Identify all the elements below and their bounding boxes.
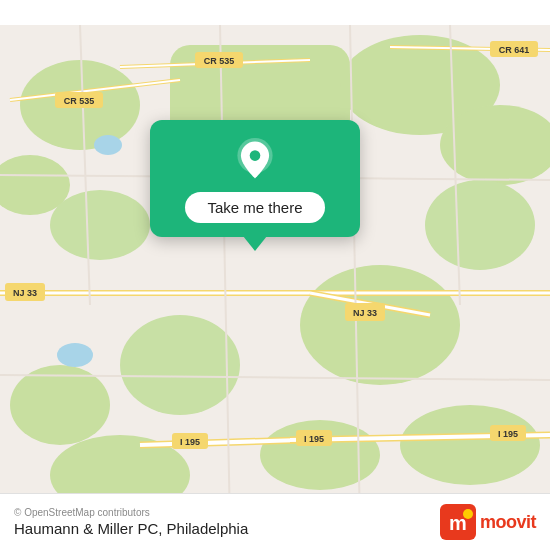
bottom-bar: © OpenStreetMap contributors Haumann & M… xyxy=(0,493,550,550)
map-background: CR 535 CR 535 CR 641 NJ 33 NJ 33 I 195 I… xyxy=(0,0,550,550)
svg-point-13 xyxy=(400,405,540,485)
svg-text:I 195: I 195 xyxy=(304,434,324,444)
svg-point-8 xyxy=(300,265,460,385)
moovit-brand-text: moovit xyxy=(480,512,536,533)
popup-card: Take me there xyxy=(150,120,360,237)
svg-text:CR 535: CR 535 xyxy=(204,56,235,66)
svg-point-9 xyxy=(120,315,240,415)
svg-point-3 xyxy=(50,190,150,260)
map-attribution: © OpenStreetMap contributors xyxy=(14,507,248,518)
svg-point-15 xyxy=(94,135,122,155)
svg-text:CR 535: CR 535 xyxy=(64,96,95,106)
svg-text:I 195: I 195 xyxy=(180,437,200,447)
svg-point-57 xyxy=(463,509,473,519)
map-container[interactable]: CR 535 CR 535 CR 641 NJ 33 NJ 33 I 195 I… xyxy=(0,0,550,550)
location-pin-icon xyxy=(233,138,277,182)
svg-text:NJ 33: NJ 33 xyxy=(353,308,377,318)
moovit-icon: m xyxy=(440,504,476,540)
location-label: Haumann & Miller PC, Philadelphia xyxy=(14,520,248,537)
svg-point-10 xyxy=(10,365,110,445)
take-me-there-button[interactable]: Take me there xyxy=(185,192,324,223)
moovit-logo: m moovit xyxy=(440,504,536,540)
svg-point-7 xyxy=(425,180,535,270)
svg-text:I 195: I 195 xyxy=(498,429,518,439)
svg-point-54 xyxy=(250,150,261,161)
svg-text:NJ 33: NJ 33 xyxy=(13,288,37,298)
svg-text:CR 641: CR 641 xyxy=(499,45,530,55)
svg-point-14 xyxy=(57,343,93,367)
bottom-left-info: © OpenStreetMap contributors Haumann & M… xyxy=(14,507,248,537)
